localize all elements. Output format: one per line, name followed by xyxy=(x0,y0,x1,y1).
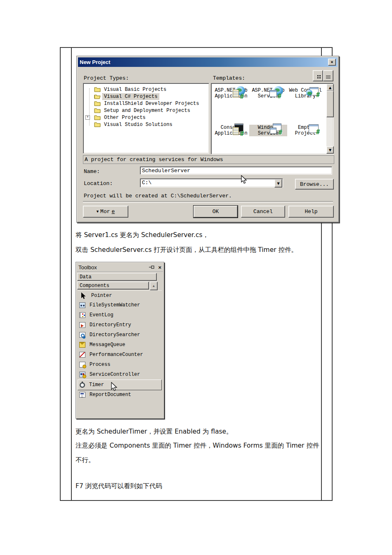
large-icons-button[interactable] xyxy=(313,70,323,81)
folder-open-icon xyxy=(94,94,101,99)
toolbox-item-timer[interactable]: Timer xyxy=(78,379,162,390)
table-border-left-inner xyxy=(71,47,72,501)
cancel-button[interactable]: Cancel xyxy=(241,206,285,218)
toolbox-item-directorysearcher[interactable]: DirectorySearcher xyxy=(78,330,162,340)
small-icons-icon xyxy=(326,76,331,76)
templates-label: Templates: xyxy=(213,75,245,81)
scroll-up-icon[interactable]: ▲ xyxy=(326,84,334,91)
toolbox-close-icon[interactable]: × xyxy=(158,264,161,270)
document-icon xyxy=(233,90,239,97)
created-at-text: Project will be created at C:\SchedulerS… xyxy=(84,193,232,199)
document-page: New Project × Project Types: Templates: … xyxy=(0,0,392,555)
browse-button[interactable]: Browse... xyxy=(295,179,334,190)
paragraph-note: 注意必须是 Components 里面的 Timer 控件，Windows Fo… xyxy=(76,439,323,467)
name-input[interactable]: SchedulerServer xyxy=(140,166,332,175)
globe-icon xyxy=(306,90,312,96)
toolbox-item-process[interactable]: Process xyxy=(78,360,162,370)
folder-icon xyxy=(94,87,101,92)
toolbox-item-pointer[interactable]: Pointer xyxy=(78,290,162,301)
message-queue-icon xyxy=(79,342,85,348)
toolbox-panel: Toolbox × Data Components ▲ Pointer File… xyxy=(76,262,164,419)
toolbox-tab-data[interactable]: Data xyxy=(77,273,157,281)
timer-icon xyxy=(80,382,85,388)
large-icons-icon xyxy=(317,75,319,76)
template-empty-project[interactable]: # Empty Project xyxy=(286,123,324,136)
pin-icon[interactable] xyxy=(149,265,155,270)
tree-item-installshield[interactable]: InstallShield Developer Projects xyxy=(83,100,209,107)
location-value: C:\ xyxy=(142,180,151,186)
new-project-dialog: New Project × Project Types: Templates: … xyxy=(76,56,339,223)
tree-item-visual-basic[interactable]: Visual Basic Projects xyxy=(83,86,209,93)
scrollbar-thumb[interactable] xyxy=(326,91,334,117)
event-log-icon xyxy=(79,312,85,318)
csharp-hash-icon: # xyxy=(316,91,320,99)
directory-entry-icon xyxy=(79,322,85,328)
toolbox-scroll-up-icon[interactable]: ▲ xyxy=(150,282,158,290)
directory-searcher-icon xyxy=(79,332,85,338)
csharp-hash-icon: # xyxy=(278,92,281,100)
table-border-left-outer xyxy=(60,47,61,501)
csharp-hash-icon: # xyxy=(240,130,244,138)
ok-button[interactable]: OK xyxy=(194,206,238,218)
tree-item-setup-deployment[interactable]: Setup and Deployment Projects xyxy=(83,107,209,114)
process-icon xyxy=(79,362,85,368)
combobox-dropdown-icon[interactable]: ▼ xyxy=(274,179,282,187)
toolbox-item-reportdocument[interactable]: ReportDocument xyxy=(78,390,162,400)
table-border-top xyxy=(60,47,333,48)
template-aspnet-web-service[interactable]: # ASP.NET Web Service xyxy=(249,86,287,99)
folder-icon xyxy=(94,122,101,127)
pointer-icon xyxy=(81,292,86,299)
template-console-application[interactable]: # Console Application xyxy=(212,123,250,136)
template-description: A project for creating services for Wind… xyxy=(83,155,334,164)
name-label: Name: xyxy=(84,168,100,175)
template-web-control-library[interactable]: # Web Control Library xyxy=(286,86,324,99)
template-aspnet-web-application[interactable]: # ASP.NET Web Application xyxy=(212,86,250,99)
toolbox-titlebar[interactable]: Toolbox × xyxy=(77,263,163,272)
folder-icon xyxy=(94,108,101,113)
toolbox-tab-components[interactable]: Components xyxy=(77,282,149,289)
location-label: Location: xyxy=(84,180,113,187)
window-icon xyxy=(269,90,277,97)
small-icons-button[interactable] xyxy=(323,70,333,81)
templates-scrollbar[interactable]: ▲ ▼ xyxy=(326,84,333,154)
toolbox-item-messagequeue[interactable]: MessageQueue xyxy=(78,340,162,350)
more-arrow-icon: ▼ xyxy=(97,210,99,214)
templates-list: # ASP.NET Web Application # ASP.NET Web … xyxy=(211,83,334,154)
csharp-hash-icon: # xyxy=(316,128,320,136)
tree-item-vs-solutions[interactable]: Visual Studio Solutions xyxy=(83,121,209,128)
project-types-list: Visual Basic Projects Visual C# Projects… xyxy=(83,83,209,154)
close-icon[interactable]: × xyxy=(328,59,336,66)
service-controller-icon xyxy=(79,372,85,377)
template-windows-service[interactable]: # Windows Service xyxy=(249,123,287,136)
window-icon xyxy=(270,128,276,134)
toolbox-item-directoryentry[interactable]: DirectoryEntry xyxy=(78,320,162,330)
paragraph-doubleclick: 双击 SchedulerServer.cs 打开设计页面，从工具栏的组件中拖 T… xyxy=(76,245,298,254)
toolbox-item-eventlog[interactable]: EventLog xyxy=(78,310,162,320)
help-button[interactable]: Help xyxy=(288,206,334,218)
more-button[interactable]: ▼More xyxy=(83,206,128,218)
tree-item-other-projects[interactable]: + Other Projects xyxy=(83,114,209,121)
toolbox-title: Toolbox xyxy=(78,264,149,270)
table-border-bottom xyxy=(60,500,333,501)
tree-expander-icon[interactable]: + xyxy=(85,115,90,120)
paragraph-rename-timer: 更名为 SchedulerTimer，并设置 Enabled 为 flase。 xyxy=(76,427,233,436)
file-system-watcher-icon xyxy=(79,302,85,308)
toolbox-item-filesystemwatcher[interactable]: FileSystemWatcher xyxy=(78,300,162,310)
performance-counter-icon xyxy=(79,352,85,358)
dialog-title: New Project xyxy=(80,59,328,65)
document-icon xyxy=(233,127,239,135)
toolbox-item-performancecounter[interactable]: PerformanceCounter xyxy=(78,350,162,360)
project-types-label: Project Types: xyxy=(84,75,129,81)
mouse-cursor xyxy=(111,382,118,391)
tree-item-visual-csharp[interactable]: Visual C# Projects xyxy=(83,93,209,100)
separator xyxy=(83,201,333,203)
folder-icon xyxy=(94,115,101,120)
dialog-titlebar[interactable]: New Project × xyxy=(78,57,338,67)
toolbox-item-servicecontroller[interactable]: ServiceController xyxy=(78,370,162,379)
scroll-down-icon[interactable]: ▼ xyxy=(326,146,334,154)
paragraph-rename: 将 Server1.cs 更名为 SchedulerServer.cs， xyxy=(76,230,209,240)
location-combobox[interactable]: C:\ ▼ xyxy=(140,178,283,187)
csharp-hash-icon: # xyxy=(240,93,244,100)
mouse-cursor xyxy=(241,175,247,184)
folder-icon xyxy=(94,101,101,106)
